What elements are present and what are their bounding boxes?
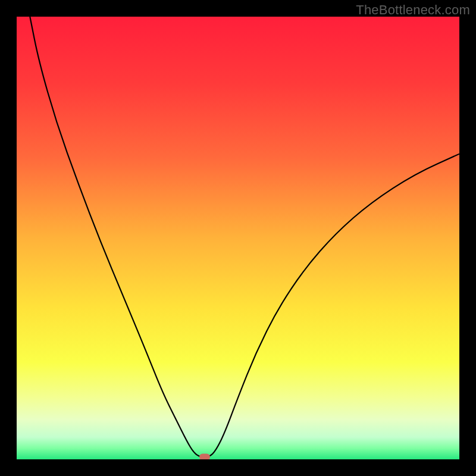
plot-area — [17, 17, 459, 459]
watermark-text: TheBottleneck.com — [356, 2, 470, 18]
curve-layer — [17, 17, 459, 459]
chart-frame: TheBottleneck.com — [0, 0, 476, 476]
bottleneck-curve — [30, 17, 459, 457]
optimal-point-marker — [199, 454, 210, 459]
